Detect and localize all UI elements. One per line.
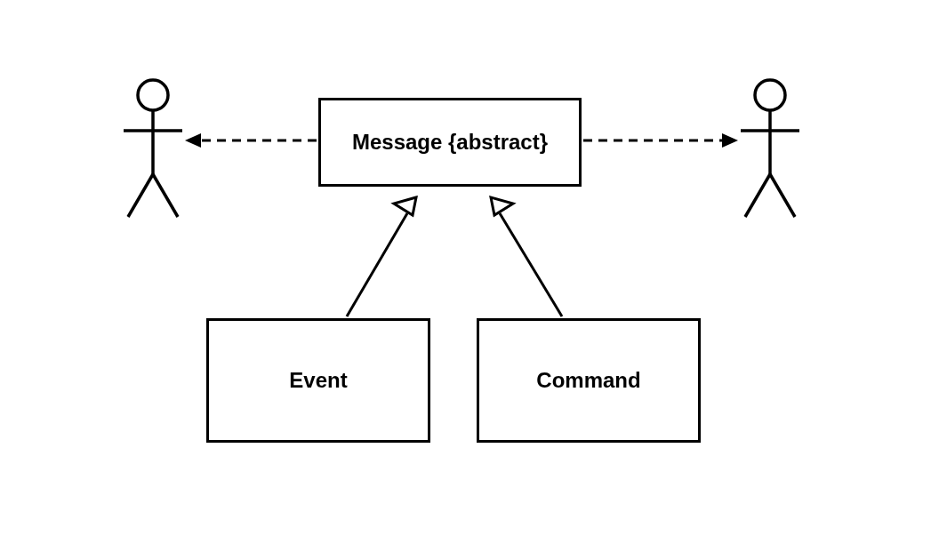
class-box-command: Command — [477, 318, 701, 443]
svg-line-4 — [153, 174, 178, 217]
svg-line-8 — [745, 174, 770, 217]
generalization-arrow-command — [491, 197, 562, 316]
uml-diagram: Message {abstract} Event Command — [0, 0, 939, 560]
dependency-arrow-right — [583, 133, 738, 148]
svg-point-5 — [755, 80, 785, 110]
svg-point-0 — [138, 80, 168, 110]
svg-marker-15 — [394, 197, 416, 215]
svg-marker-13 — [722, 133, 738, 148]
dependency-arrow-left — [185, 133, 317, 148]
generalization-arrow-event — [347, 197, 416, 316]
svg-line-14 — [347, 213, 407, 316]
svg-line-16 — [500, 213, 562, 316]
class-label-message: Message {abstract} — [352, 130, 548, 155]
class-label-command: Command — [536, 368, 640, 393]
actor-icon — [741, 80, 799, 217]
svg-line-9 — [770, 174, 795, 217]
svg-line-3 — [128, 174, 153, 217]
class-box-event: Event — [206, 318, 430, 443]
connectors-layer — [0, 0, 939, 560]
class-box-message: Message {abstract} — [318, 98, 582, 187]
class-label-event: Event — [289, 368, 347, 393]
actor-icon — [124, 80, 182, 217]
svg-marker-11 — [185, 133, 201, 148]
svg-marker-17 — [491, 197, 513, 215]
